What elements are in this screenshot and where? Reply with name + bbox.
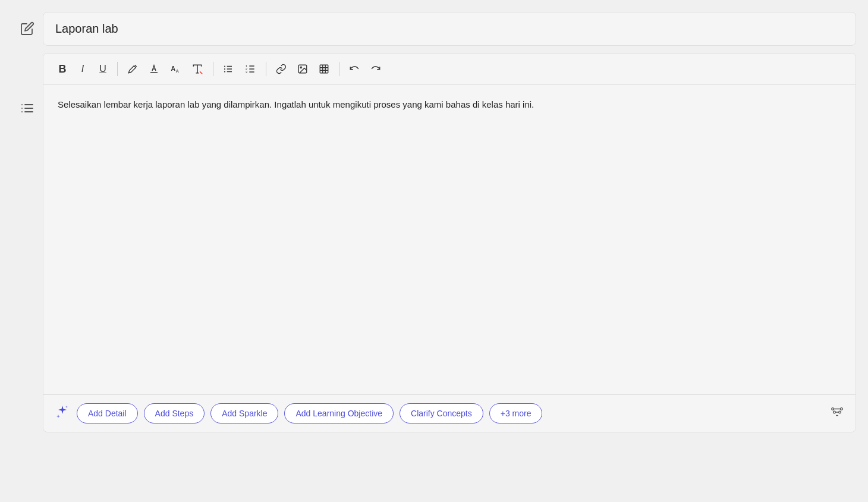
- image-icon: [297, 64, 308, 74]
- bullet-list-icon: [223, 64, 234, 74]
- toolbar: B I U: [43, 54, 856, 85]
- add-steps-button[interactable]: Add Steps: [144, 403, 205, 423]
- svg-point-32: [832, 408, 834, 410]
- add-learning-objective-button[interactable]: Add Learning Objective: [284, 403, 394, 423]
- pencil-svg: [20, 21, 34, 36]
- divider-2: [213, 62, 213, 76]
- ai-toolbar: Add Detail Add Steps Add Sparkle Add Lea…: [43, 394, 856, 432]
- table-icon: [319, 64, 329, 74]
- filter-svg: [831, 406, 844, 419]
- italic-button[interactable]: I: [73, 59, 92, 79]
- underline-button[interactable]: U: [93, 59, 112, 79]
- highlight-button[interactable]: [122, 59, 143, 79]
- undo-icon: [349, 64, 360, 74]
- redo-button[interactable]: [366, 59, 386, 79]
- document-title: Laporan lab: [55, 22, 118, 36]
- svg-point-15: [224, 71, 225, 72]
- add-sparkle-button[interactable]: Add Sparkle: [210, 403, 278, 423]
- svg-point-33: [841, 408, 843, 410]
- editor-container: B I U: [43, 53, 856, 432]
- sparkle-icon: [55, 404, 70, 422]
- link-button[interactable]: [271, 59, 291, 79]
- add-detail-button[interactable]: Add Detail: [77, 403, 138, 423]
- font-size-button[interactable]: A A: [165, 59, 185, 79]
- svg-text:A: A: [176, 68, 179, 74]
- image-button[interactable]: [293, 59, 313, 79]
- clarify-concepts-button[interactable]: Clarify Concepts: [400, 403, 483, 423]
- undo-button[interactable]: [344, 59, 364, 79]
- list-svg: [20, 101, 34, 115]
- redo-icon: [370, 64, 381, 74]
- svg-point-13: [224, 65, 225, 67]
- title-bar: Laporan lab: [43, 12, 856, 46]
- font-size-icon: A A: [170, 64, 181, 74]
- numbered-list-icon: 1 2 3: [244, 63, 256, 75]
- svg-point-35: [839, 411, 841, 413]
- svg-text:A: A: [171, 65, 176, 72]
- svg-point-14: [224, 68, 225, 70]
- editor-body[interactable]: Selesaikan lembar kerja laporan lab yang…: [43, 85, 856, 394]
- divider-3: [266, 62, 266, 76]
- edit-icon[interactable]: [20, 21, 34, 39]
- filter-icon[interactable]: [831, 406, 844, 421]
- divider-4: [339, 62, 339, 76]
- bold-button[interactable]: B: [53, 59, 72, 79]
- svg-text:3: 3: [246, 70, 247, 74]
- bullet-list-button[interactable]: [218, 59, 238, 79]
- divider-1: [117, 62, 118, 76]
- svg-rect-24: [320, 65, 328, 73]
- link-icon: [276, 64, 287, 74]
- highlight-icon: [127, 64, 138, 74]
- svg-line-9: [200, 71, 202, 74]
- text-color-button[interactable]: [144, 59, 164, 79]
- svg-point-34: [834, 411, 836, 413]
- more-button[interactable]: +3 more: [489, 403, 543, 423]
- editor-content: Selesaikan lembar kerja laporan lab yang…: [58, 97, 841, 112]
- text-color-icon: [149, 64, 159, 74]
- list-icon[interactable]: [20, 101, 34, 119]
- clear-format-icon: [191, 63, 203, 75]
- svg-point-23: [300, 67, 301, 68]
- sparkle-svg: [55, 404, 70, 419]
- table-button[interactable]: [314, 59, 334, 79]
- clear-format-button[interactable]: [187, 59, 208, 79]
- numbered-list-button[interactable]: 1 2 3: [240, 59, 261, 79]
